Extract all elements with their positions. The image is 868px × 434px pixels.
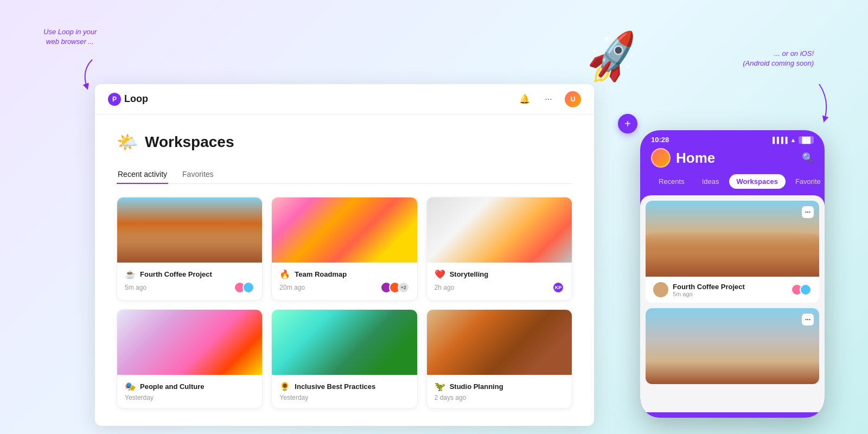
card-meta-row: 2 days ago xyxy=(435,394,564,401)
tabs-bar: Recent activity Favorites xyxy=(117,165,572,184)
card-image-brown xyxy=(427,310,572,375)
phone-card-image-1: ··· xyxy=(646,201,819,277)
user-avatar[interactable]: U xyxy=(565,91,581,107)
card-emoji: ☕ xyxy=(125,269,136,279)
more-icon[interactable]: ··· xyxy=(541,92,556,107)
card-meta-row: Yesterday xyxy=(279,394,409,401)
card-image-shapes xyxy=(117,310,262,375)
card-footer: ☕ Fourth Coffee Project 5m ago xyxy=(117,263,262,300)
phone-header: Home 🔍 xyxy=(640,146,825,174)
wifi-icon: ▲ xyxy=(790,137,796,143)
rocket-decoration: 🚀 xyxy=(582,28,644,88)
browser-content: 🌤️ Workspaces Recent activity Favorites … xyxy=(95,114,594,426)
phone-card-footer-1: Fourth Coffee Project 5m ago xyxy=(646,277,819,303)
phone-card-title-1: Fourth Coffee Project xyxy=(673,283,745,291)
phone-card-avatars-1 xyxy=(791,284,812,296)
phone-home-title: Home xyxy=(651,148,715,168)
phone-card-time-1: 5m ago xyxy=(673,291,745,297)
card-title: People and Culture xyxy=(140,382,254,391)
card-image-abstract xyxy=(427,197,572,263)
phone-title: Home xyxy=(676,150,715,167)
loop-logo: P Loop xyxy=(108,93,148,106)
card-people-culture[interactable]: 🎭 People and Culture Yesterday xyxy=(117,309,263,409)
card-meta-row: Yesterday xyxy=(125,394,254,401)
annotation-right: ... or on iOS! (Android coming soon) xyxy=(743,49,814,68)
mobile-phone: 10:28 ▐▐▐▐ ▲ ██ Home 🔍 Recents Ideas Wor… xyxy=(640,130,825,418)
loop-logo-icon: P xyxy=(108,93,121,106)
card-footer: 🔥 Team Roadmap 20m ago +2 xyxy=(272,263,417,300)
annotation-arrow-right xyxy=(792,84,835,127)
workspaces-header: 🌤️ Workspaces xyxy=(117,132,572,152)
avatars-row: +2 xyxy=(380,282,410,293)
card-emoji: 🔥 xyxy=(279,269,290,279)
avatar-more: +2 xyxy=(398,282,410,293)
card-footer: 🎭 People and Culture Yesterday xyxy=(117,375,262,408)
card-footer: ❤️ Storytelling 2h ago KP xyxy=(427,263,572,300)
phone-user-avatar xyxy=(651,148,671,168)
browser-header-right: 🔔 ··· U xyxy=(517,91,581,107)
card-meta-row: 2h ago KP xyxy=(435,282,564,293)
phone-status-bar: 10:28 ▐▐▐▐ ▲ ██ xyxy=(640,130,825,146)
loop-logo-text: Loop xyxy=(124,93,148,105)
card-title: Studio Planning xyxy=(450,382,564,391)
phone-tab-recents[interactable]: Recents xyxy=(651,174,692,189)
card-emoji: 🦖 xyxy=(435,381,445,392)
phone-status-icons: ▐▐▐▐ ▲ ██ xyxy=(770,136,814,144)
phone-time: 10:28 xyxy=(651,136,669,144)
phone-card-2[interactable]: ··· xyxy=(646,308,819,384)
browser-window: P Loop 🔔 ··· U 🌤️ Workspaces Recent acti… xyxy=(95,84,594,426)
phone-nav-tabs: Recents Ideas Workspaces Favorite xyxy=(640,174,825,189)
card-title: Fourth Coffee Project xyxy=(140,270,254,278)
card-time: 2h ago xyxy=(435,284,455,291)
battery-icon: ██ xyxy=(799,136,814,144)
avatar-kp: KP xyxy=(552,282,564,293)
cards-grid: ☕ Fourth Coffee Project 5m ago xyxy=(117,197,572,409)
card-image-desert xyxy=(117,197,262,263)
card-title-row: 🌻 Inclusive Best Practices xyxy=(279,381,409,392)
workspaces-icon: 🌤️ xyxy=(117,132,138,152)
card-time: Yesterday xyxy=(279,394,308,401)
bell-icon[interactable]: 🔔 xyxy=(517,92,532,107)
card-time: Yesterday xyxy=(125,394,154,401)
card-storytelling[interactable]: ❤️ Storytelling 2h ago KP xyxy=(426,197,572,301)
avatars-row: KP xyxy=(552,282,564,293)
card-title: Inclusive Best Practices xyxy=(295,382,409,391)
card-fourth-coffee[interactable]: ☕ Fourth Coffee Project 5m ago xyxy=(117,197,263,301)
card-title-row: ☕ Fourth Coffee Project xyxy=(125,269,254,279)
card-inclusive-best-practices[interactable]: 🌻 Inclusive Best Practices Yesterday xyxy=(271,309,417,409)
phone-card-1[interactable]: ··· Fourth Coffee Project 5m ago xyxy=(646,201,819,303)
phone-tab-workspaces[interactable]: Workspaces xyxy=(729,174,786,189)
phone-tab-ideas[interactable]: Ideas xyxy=(694,174,727,189)
avatar-2 xyxy=(242,282,254,293)
card-time: 20m ago xyxy=(279,284,305,291)
phone-avatar-2 xyxy=(800,284,812,296)
card-title: Team Roadmap xyxy=(295,270,409,278)
card-footer: 🦖 Studio Planning 2 days ago xyxy=(427,375,572,408)
phone-tab-favorite[interactable]: Favorite xyxy=(788,174,825,189)
card-meta-row: 5m ago xyxy=(125,282,254,293)
card-title-row: 🔥 Team Roadmap xyxy=(279,269,409,279)
card-emoji: 🌻 xyxy=(279,381,290,392)
phone-search-icon[interactable]: 🔍 xyxy=(802,152,814,164)
signal-icon: ▐▐▐▐ xyxy=(770,137,787,143)
card-image-swirl xyxy=(272,197,417,263)
card-title-row: 🎭 People and Culture xyxy=(125,381,254,392)
card-team-roadmap[interactable]: 🔥 Team Roadmap 20m ago +2 xyxy=(271,197,417,301)
card-time: 2 days ago xyxy=(435,394,467,401)
phone-card-info-1: Fourth Coffee Project 5m ago xyxy=(653,282,745,297)
card-emoji: 🎭 xyxy=(125,381,136,392)
phone-card-dots-2[interactable]: ··· xyxy=(802,314,814,326)
phone-card-dots[interactable]: ··· xyxy=(802,206,814,218)
card-title-row: 🦖 Studio Planning xyxy=(435,381,564,392)
tab-recent-activity[interactable]: Recent activity xyxy=(117,165,168,184)
card-studio-planning[interactable]: 🦖 Studio Planning 2 days ago xyxy=(426,309,572,409)
workspaces-title: Workspaces xyxy=(145,133,234,151)
card-emoji: ❤️ xyxy=(435,269,445,279)
plus-button[interactable]: + xyxy=(618,114,637,133)
card-title: Storytelling xyxy=(450,270,564,278)
phone-card-text-1: Fourth Coffee Project 5m ago xyxy=(673,283,745,297)
tab-favorites[interactable]: Favorites xyxy=(181,165,215,184)
card-image-green xyxy=(272,310,417,375)
phone-card-image-2: ··· xyxy=(646,308,819,384)
annotation-left: Use Loop in your web browser ... xyxy=(43,27,97,47)
